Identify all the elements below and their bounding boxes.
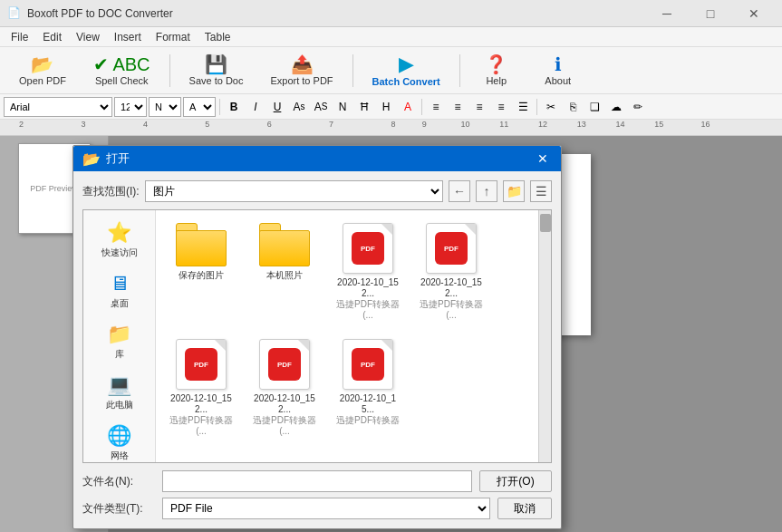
- superscript-button[interactable]: As: [289, 97, 309, 117]
- nav-library[interactable]: 📁 库: [88, 319, 151, 364]
- maximize-button[interactable]: □: [690, 0, 731, 27]
- ruler-mark: 12: [538, 120, 547, 129]
- file-item[interactable]: PDF 2020-12-10_15...迅捷PDF转换器: [332, 335, 404, 440]
- underline-button[interactable]: U: [267, 97, 287, 117]
- nav-network[interactable]: 🌐 网络: [88, 421, 151, 462]
- batch-convert-button[interactable]: ▶ Batch Convert: [361, 51, 452, 91]
- dialog-title-icon: 📂: [82, 150, 101, 168]
- location-up-button[interactable]: ↑: [476, 180, 497, 202]
- indent-btn[interactable]: ☰: [513, 97, 533, 117]
- cut-btn[interactable]: ✂: [541, 97, 561, 117]
- save-doc-label: Save to Doc: [189, 75, 244, 86]
- quick-access-icon: ⭐: [107, 221, 131, 245]
- ruler-mark: 8: [391, 120, 396, 129]
- filetype-row: 文件类型(T): PDF File 取消: [82, 498, 552, 519]
- file-name: 保存的图片: [179, 270, 224, 281]
- open-button[interactable]: 打开(O): [479, 470, 552, 492]
- menu-table[interactable]: Table: [198, 27, 238, 46]
- file-item[interactable]: PDF 2020-12-10_152...迅捷PDF转换器 (...: [165, 335, 237, 440]
- align-left-btn[interactable]: ≡: [426, 97, 446, 117]
- file-name: 2020-12-10_152...迅捷PDF转换器 (...: [335, 277, 401, 321]
- window-controls: ─ □ ✕: [646, 0, 775, 27]
- font-color-btn[interactable]: A: [398, 97, 418, 117]
- menu-edit[interactable]: Edit: [35, 27, 69, 46]
- copy-btn[interactable]: ⎘: [563, 97, 583, 117]
- fmt-sep-1: [219, 99, 220, 115]
- menu-view[interactable]: View: [69, 27, 107, 46]
- font-family-select[interactable]: Arial: [4, 97, 112, 117]
- toolbar-sep-3: [459, 54, 460, 87]
- align-right-btn[interactable]: ≡: [469, 97, 489, 117]
- edit-btn[interactable]: ✏: [628, 97, 648, 117]
- file-item[interactable]: 保存的图片: [165, 219, 237, 324]
- file-item[interactable]: PDF 2020-12-10_152...迅捷PDF转换器 (...: [332, 219, 404, 324]
- file-item[interactable]: 本机照片: [248, 219, 321, 324]
- nav-desktop[interactable]: 🖥 桌面: [88, 268, 151, 314]
- fmt-sep-2: [421, 99, 422, 115]
- dialog-title-text: 打开: [106, 150, 130, 167]
- file-name: 2020-12-10_152...迅捷PDF转换器 (...: [252, 393, 317, 437]
- italic-button[interactable]: I: [246, 97, 265, 117]
- menu-file[interactable]: File: [4, 27, 35, 46]
- menu-format[interactable]: Format: [149, 27, 198, 46]
- open-pdf-icon: 📂: [31, 55, 53, 73]
- export-pdf-icon: 📤: [291, 55, 314, 73]
- dialog-title-bar: 📂 打开 ✕: [73, 146, 561, 171]
- paste-btn[interactable]: ❑: [584, 97, 604, 117]
- spell-check-button[interactable]: ✔ ABC Spell Check: [82, 51, 162, 91]
- open-pdf-button[interactable]: 📂 Open PDF: [7, 51, 78, 91]
- file-item[interactable]: PDF 2020-12-10_152...迅捷PDF转换器 (...: [248, 335, 321, 440]
- width-select[interactable]: A: [183, 97, 216, 117]
- align-justify-btn[interactable]: ≡: [491, 97, 511, 117]
- normal-btn[interactable]: N: [333, 97, 352, 117]
- ruler-mark: 2: [19, 120, 24, 129]
- bold-button[interactable]: B: [224, 97, 244, 117]
- font-size-select[interactable]: 12: [114, 97, 147, 117]
- pdf-logo: PDF: [352, 232, 384, 265]
- close-button[interactable]: ✕: [733, 0, 775, 27]
- pdf-file-icon: PDF: [343, 339, 393, 390]
- menu-insert[interactable]: Insert: [107, 27, 149, 46]
- pdf-logo: PDF: [185, 348, 217, 381]
- app-title: Boxoft PDF to DOC Converter: [27, 7, 646, 20]
- dialog-body: 查找范围(I): 图片 ← ↑ 📁 ☰ ⭐ 快速访问: [73, 171, 561, 528]
- nav-this-pc[interactable]: 💻 此电脑: [88, 370, 151, 415]
- library-icon: 📁: [107, 323, 131, 346]
- minimize-button[interactable]: ─: [646, 0, 688, 27]
- ruler: 2 3 4 5 6 7 8 9 10 11 12 13 14 15 16: [0, 120, 782, 136]
- file-name: 2020-12-10_15...迅捷PDF转换器: [335, 393, 401, 426]
- cloud-btn[interactable]: ☁: [606, 97, 626, 117]
- cancel-button[interactable]: 取消: [497, 498, 552, 519]
- nav-quick-access[interactable]: ⭐ 快速访问: [88, 218, 151, 263]
- main-area: PDF Preview kly and F content in 📂 打开 ✕ …: [0, 136, 782, 532]
- batch-convert-label: Batch Convert: [372, 76, 440, 87]
- location-back-button[interactable]: ←: [449, 180, 470, 202]
- file-item[interactable]: PDF 2020-12-10_152...迅捷PDF转换器 (...: [415, 219, 488, 324]
- format-toolbar: Arial 12 N A B I U As AS N Ħ H A ≡ ≡ ≡ ≡…: [0, 94, 782, 120]
- filename-input[interactable]: [162, 470, 472, 492]
- batch-convert-icon: ▶: [399, 54, 414, 74]
- spell-check-label: Spell Check: [95, 75, 149, 86]
- file-name: 2020-12-10_152...迅捷PDF转换器 (...: [419, 277, 484, 321]
- save-doc-button[interactable]: 💾 Save to Doc: [178, 51, 256, 91]
- h-btn[interactable]: H: [376, 97, 396, 117]
- location-select[interactable]: 图片: [145, 180, 443, 202]
- help-button[interactable]: ❓ Help: [468, 51, 526, 91]
- ruler-mark: 13: [577, 120, 586, 129]
- about-button[interactable]: ℹ About: [529, 51, 587, 91]
- location-new-folder-button[interactable]: 📁: [503, 180, 525, 202]
- ruler-mark: 3: [82, 120, 86, 129]
- location-view-button[interactable]: ☰: [530, 180, 552, 202]
- pdf-file-icon: PDF: [176, 339, 227, 390]
- align-center-btn[interactable]: ≡: [448, 97, 468, 117]
- export-pdf-button[interactable]: 📤 Export to PDF: [258, 51, 344, 91]
- file-browser-scrollbar[interactable]: [538, 210, 551, 462]
- subscript-button[interactable]: AS: [311, 97, 331, 117]
- toolbar-sep-1: [169, 54, 170, 87]
- heading-btn[interactable]: Ħ: [354, 97, 374, 117]
- style-select[interactable]: N: [149, 97, 181, 117]
- dialog-close-button[interactable]: ✕: [534, 150, 552, 168]
- help-icon: ❓: [485, 55, 507, 73]
- filetype-select[interactable]: PDF File: [162, 498, 490, 519]
- network-label: 网络: [111, 450, 129, 462]
